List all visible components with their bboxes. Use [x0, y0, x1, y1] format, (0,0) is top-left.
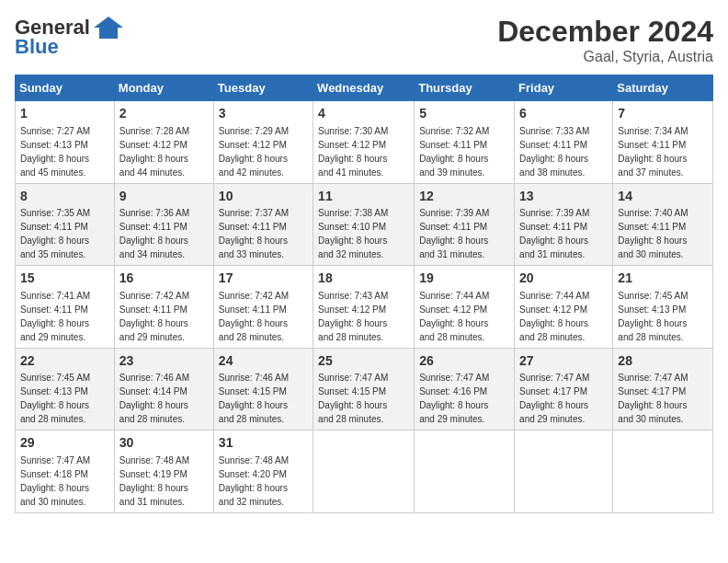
day-info: Sunrise: 7:39 AMSunset: 4:11 PMDaylight:… [519, 208, 589, 259]
calendar-cell: 22Sunrise: 7:45 AMSunset: 4:13 PMDayligh… [16, 348, 115, 431]
calendar-cell [515, 431, 613, 513]
calendar-cell: 7Sunrise: 7:34 AMSunset: 4:11 PMDaylight… [613, 101, 713, 184]
day-info: Sunrise: 7:42 AMSunset: 4:11 PMDaylight:… [119, 291, 189, 342]
week-row-1: 1Sunrise: 7:27 AMSunset: 4:13 PMDaylight… [16, 101, 713, 184]
calendar-cell: 3Sunrise: 7:29 AMSunset: 4:12 PMDaylight… [213, 101, 313, 184]
day-number: 6 [519, 105, 608, 123]
day-info: Sunrise: 7:30 AMSunset: 4:12 PMDaylight:… [318, 126, 388, 178]
week-row-3: 15Sunrise: 7:41 AMSunset: 4:11 PMDayligh… [16, 266, 713, 349]
day-info: Sunrise: 7:40 AMSunset: 4:11 PMDaylight:… [618, 208, 688, 259]
day-info: Sunrise: 7:45 AMSunset: 4:13 PMDaylight:… [618, 291, 688, 342]
calendar-cell: 19Sunrise: 7:44 AMSunset: 4:12 PMDayligh… [415, 266, 515, 349]
column-header-sunday: Sunday [16, 75, 115, 101]
day-number: 18 [318, 270, 409, 288]
day-number: 25 [318, 352, 409, 371]
day-number: 1 [20, 105, 109, 123]
calendar-cell: 12Sunrise: 7:39 AMSunset: 4:11 PMDayligh… [415, 183, 515, 266]
day-number: 29 [20, 434, 109, 453]
page-title: December 2024 [497, 15, 713, 49]
day-info: Sunrise: 7:39 AMSunset: 4:11 PMDaylight:… [419, 208, 489, 259]
day-number: 7 [618, 105, 708, 123]
week-row-5: 29Sunrise: 7:47 AMSunset: 4:18 PMDayligh… [16, 431, 713, 513]
calendar-cell: 10Sunrise: 7:37 AMSunset: 4:11 PMDayligh… [213, 183, 313, 266]
day-info: Sunrise: 7:43 AMSunset: 4:12 PMDaylight:… [318, 291, 388, 342]
calendar-cell: 13Sunrise: 7:39 AMSunset: 4:11 PMDayligh… [515, 183, 613, 266]
day-info: Sunrise: 7:29 AMSunset: 4:12 PMDaylight:… [219, 126, 289, 178]
day-number: 30 [119, 434, 209, 453]
day-number: 3 [219, 105, 308, 123]
column-header-friday: Friday [515, 75, 613, 101]
day-number: 8 [20, 188, 109, 206]
day-info: Sunrise: 7:47 AMSunset: 4:18 PMDaylight:… [20, 455, 90, 507]
day-number: 5 [419, 105, 509, 123]
day-info: Sunrise: 7:46 AMSunset: 4:14 PMDaylight:… [119, 373, 189, 424]
logo: General Blue [15, 15, 125, 59]
calendar-cell: 2Sunrise: 7:28 AMSunset: 4:12 PMDaylight… [114, 101, 213, 184]
calendar-cell: 25Sunrise: 7:47 AMSunset: 4:15 PMDayligh… [313, 348, 415, 431]
day-number: 31 [219, 434, 308, 453]
day-number: 4 [318, 105, 409, 123]
day-number: 24 [219, 352, 308, 371]
day-number: 23 [119, 352, 209, 371]
calendar-cell [415, 431, 515, 513]
day-info: Sunrise: 7:47 AMSunset: 4:17 PMDaylight:… [618, 373, 688, 424]
calendar-cell [613, 431, 713, 513]
column-header-thursday: Thursday [415, 75, 515, 101]
day-info: Sunrise: 7:27 AMSunset: 4:13 PMDaylight:… [20, 126, 90, 178]
day-number: 9 [119, 188, 209, 206]
title-block: December 2024 Gaal, Styria, Austria [497, 15, 713, 65]
calendar-cell [313, 431, 415, 513]
day-info: Sunrise: 7:48 AMSunset: 4:19 PMDaylight:… [119, 455, 189, 507]
day-info: Sunrise: 7:34 AMSunset: 4:11 PMDaylight:… [618, 126, 688, 178]
day-info: Sunrise: 7:45 AMSunset: 4:13 PMDaylight:… [20, 373, 90, 424]
day-number: 21 [618, 270, 708, 288]
calendar-cell: 23Sunrise: 7:46 AMSunset: 4:14 PMDayligh… [114, 348, 213, 431]
day-number: 13 [519, 188, 608, 206]
calendar-cell: 11Sunrise: 7:38 AMSunset: 4:10 PMDayligh… [313, 183, 415, 266]
calendar-cell: 27Sunrise: 7:47 AMSunset: 4:17 PMDayligh… [515, 348, 613, 431]
day-number: 15 [20, 270, 109, 288]
calendar-cell: 28Sunrise: 7:47 AMSunset: 4:17 PMDayligh… [613, 348, 713, 431]
day-info: Sunrise: 7:42 AMSunset: 4:11 PMDaylight:… [219, 291, 289, 342]
calendar-cell: 21Sunrise: 7:45 AMSunset: 4:13 PMDayligh… [613, 266, 713, 349]
svg-marker-0 [94, 17, 123, 39]
day-number: 19 [419, 270, 509, 288]
calendar-cell: 14Sunrise: 7:40 AMSunset: 4:11 PMDayligh… [613, 183, 713, 266]
calendar-cell: 29Sunrise: 7:47 AMSunset: 4:18 PMDayligh… [16, 431, 115, 513]
day-info: Sunrise: 7:38 AMSunset: 4:10 PMDaylight:… [318, 208, 388, 259]
day-number: 20 [519, 270, 608, 288]
day-number: 2 [119, 105, 209, 123]
calendar-cell: 6Sunrise: 7:33 AMSunset: 4:11 PMDaylight… [515, 101, 613, 184]
calendar-cell: 9Sunrise: 7:36 AMSunset: 4:11 PMDaylight… [114, 183, 213, 266]
calendar-cell: 26Sunrise: 7:47 AMSunset: 4:16 PMDayligh… [415, 348, 515, 431]
week-row-2: 8Sunrise: 7:35 AMSunset: 4:11 PMDaylight… [16, 183, 713, 266]
week-row-4: 22Sunrise: 7:45 AMSunset: 4:13 PMDayligh… [16, 348, 713, 431]
day-info: Sunrise: 7:48 AMSunset: 4:20 PMDaylight:… [219, 455, 289, 507]
page-subtitle: Gaal, Styria, Austria [497, 49, 713, 65]
column-header-wednesday: Wednesday [313, 75, 415, 101]
day-number: 26 [419, 352, 509, 371]
day-number: 27 [519, 352, 608, 371]
day-info: Sunrise: 7:44 AMSunset: 4:12 PMDaylight:… [419, 291, 489, 342]
calendar-cell: 16Sunrise: 7:42 AMSunset: 4:11 PMDayligh… [114, 266, 213, 349]
day-info: Sunrise: 7:47 AMSunset: 4:15 PMDaylight:… [318, 373, 388, 424]
calendar-cell: 31Sunrise: 7:48 AMSunset: 4:20 PMDayligh… [213, 431, 313, 513]
day-number: 16 [119, 270, 209, 288]
day-number: 22 [20, 352, 109, 371]
column-header-tuesday: Tuesday [213, 75, 313, 101]
day-info: Sunrise: 7:41 AMSunset: 4:11 PMDaylight:… [20, 291, 90, 342]
day-info: Sunrise: 7:32 AMSunset: 4:11 PMDaylight:… [419, 126, 489, 178]
calendar-cell: 8Sunrise: 7:35 AMSunset: 4:11 PMDaylight… [16, 183, 115, 266]
day-number: 14 [618, 188, 708, 206]
day-info: Sunrise: 7:37 AMSunset: 4:11 PMDaylight:… [219, 208, 289, 259]
calendar-cell: 20Sunrise: 7:44 AMSunset: 4:12 PMDayligh… [515, 266, 613, 349]
calendar-cell: 4Sunrise: 7:30 AMSunset: 4:12 PMDaylight… [313, 101, 415, 184]
day-info: Sunrise: 7:36 AMSunset: 4:11 PMDaylight:… [119, 208, 189, 259]
calendar-table: SundayMondayTuesdayWednesdayThursdayFrid… [15, 75, 713, 513]
calendar-cell: 15Sunrise: 7:41 AMSunset: 4:11 PMDayligh… [16, 266, 115, 349]
calendar-cell: 17Sunrise: 7:42 AMSunset: 4:11 PMDayligh… [213, 266, 313, 349]
calendar-header-row: SundayMondayTuesdayWednesdayThursdayFrid… [16, 75, 713, 101]
day-number: 17 [219, 270, 308, 288]
calendar-cell: 5Sunrise: 7:32 AMSunset: 4:11 PMDaylight… [415, 101, 515, 184]
calendar-body: 1Sunrise: 7:27 AMSunset: 4:13 PMDaylight… [16, 101, 713, 513]
